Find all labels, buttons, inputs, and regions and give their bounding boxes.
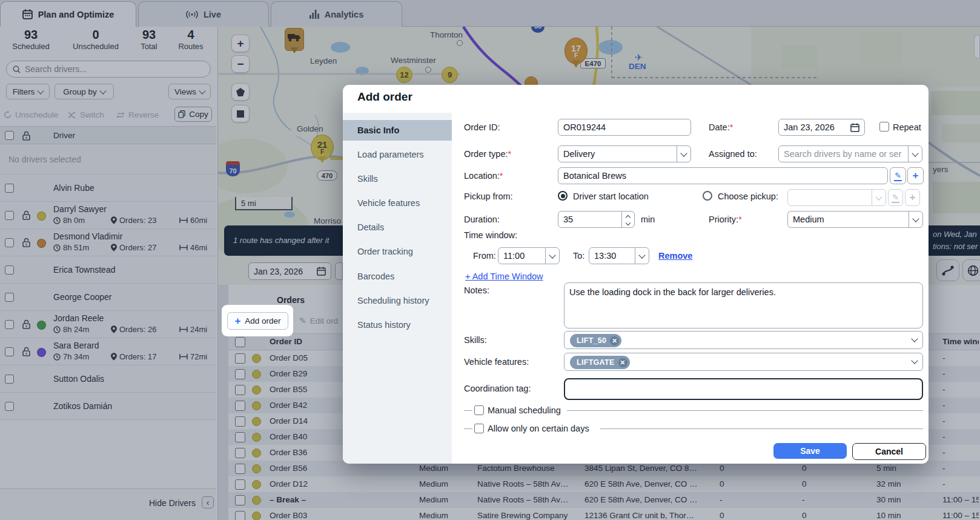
pickup-from-label: Pickup from:: [464, 192, 513, 201]
nav-load-parameters[interactable]: Load parameters: [343, 144, 452, 165]
divider: [464, 410, 472, 411]
remove-chip-icon[interactable]: ✕: [618, 358, 627, 367]
modal-nav: Basic Info Load parameters Skills Vehicl…: [343, 113, 452, 464]
vehicle-features-multiselect[interactable]: LIFTGATE ✕: [564, 353, 923, 371]
notes-label: Notes:: [464, 285, 489, 295]
manual-scheduling-label: Manual scheduling: [488, 405, 561, 415]
nav-order-tracking[interactable]: Order tracking: [343, 241, 452, 262]
choose-pickup-radio[interactable]: [703, 191, 712, 201]
time-window-label: Time window:: [464, 230, 517, 240]
divider: [600, 428, 923, 429]
order-id-label: Order ID:: [464, 122, 500, 132]
chevron-down-icon: [909, 212, 922, 227]
add-location-button[interactable]: +: [907, 167, 924, 184]
assigned-placeholder: Search drivers by name or ser: [784, 149, 901, 159]
cancel-button[interactable]: Cancel: [852, 443, 926, 460]
time-to-select[interactable]: 13:30: [589, 247, 649, 264]
divider: [567, 410, 923, 411]
add-pickup-button-disabled: +: [905, 189, 920, 206]
coordination-tag-label: Coordination tag:: [464, 384, 531, 393]
driver-start-label: Driver start location: [573, 192, 649, 201]
chevron-down-icon: [545, 248, 559, 264]
nav-vehicle-features[interactable]: Vehicle features: [343, 193, 452, 213]
allow-days-label: Allow only on certain days: [488, 424, 589, 433]
priority-select[interactable]: Medium: [787, 211, 923, 228]
nav-basic-info[interactable]: Basic Info: [343, 120, 452, 141]
save-button[interactable]: Save: [773, 443, 847, 459]
duration-input[interactable]: 35: [558, 211, 635, 228]
nav-scheduling-history[interactable]: Scheduling history: [343, 290, 452, 311]
vehicle-features-label: Vehicle features:: [464, 357, 529, 367]
chevron-down-icon: [908, 146, 922, 162]
skill-chip: LIFT_50 ✕: [570, 334, 621, 347]
chevron-down-icon: [635, 248, 649, 264]
add-time-window-link[interactable]: + Add Time Window: [465, 272, 543, 281]
vehicle-feature-chip: LIFTGATE ✕: [570, 356, 630, 369]
choose-pickup-label: Choose pickup:: [718, 192, 778, 201]
duration-label: Duration:: [464, 215, 500, 224]
to-label: To:: [573, 251, 584, 261]
coordination-tag-input[interactable]: [564, 378, 923, 400]
modal-title: Add order: [357, 90, 412, 104]
edit-location-button[interactable]: ✎: [890, 167, 906, 184]
priority-label: Priority:*: [709, 215, 742, 224]
divider: [464, 428, 472, 429]
assigned-to-label: Assigned to:: [709, 149, 757, 159]
app-screen: + − Leyden Westminster Thornton Golden M…: [0, 0, 980, 520]
add-order-modal: Add order Basic Info Load parameters Ski…: [343, 85, 929, 464]
date-input[interactable]: Jan 23, 2026: [778, 119, 865, 136]
remove-chip-icon[interactable]: ✕: [610, 336, 619, 345]
location-label: Location:*: [464, 171, 503, 181]
order-id-input[interactable]: OR019244: [558, 119, 691, 136]
plus-icon: +: [910, 192, 916, 204]
manual-scheduling-checkbox[interactable]: [474, 405, 484, 415]
choose-pickup-select: [787, 189, 886, 206]
repeat-checkbox[interactable]: [879, 122, 889, 132]
time-from-select[interactable]: 11:00: [498, 247, 560, 264]
nav-barcodes[interactable]: Barcodes: [343, 266, 452, 287]
notes-textarea[interactable]: Use the loading dock in the back for lar…: [564, 282, 923, 328]
allow-days-checkbox[interactable]: [474, 424, 484, 433]
nav-status-history[interactable]: Status history: [343, 315, 452, 335]
plus-icon: +: [234, 316, 240, 326]
chevron-down-icon: [872, 190, 886, 205]
chevron-down-icon: [677, 146, 690, 162]
add-order-button[interactable]: + Add order: [227, 312, 288, 330]
location-input[interactable]: Botanical Brews: [558, 167, 888, 184]
from-label: From:: [473, 251, 496, 261]
edit-pickup-button-disabled: ✎: [888, 189, 903, 206]
skills-label: Skills:: [464, 335, 487, 345]
date-label: Date:*: [709, 122, 733, 132]
order-type-label: Order type:*: [464, 149, 511, 159]
skills-multiselect[interactable]: LIFT_50 ✕: [564, 331, 923, 349]
calendar-icon: [850, 123, 859, 132]
assigned-to-input[interactable]: Search drivers by name or ser: [778, 145, 922, 162]
pencil-icon: ✎: [894, 171, 902, 181]
remove-time-window-link[interactable]: Remove: [658, 251, 692, 261]
stepper-arrows[interactable]: [621, 212, 634, 227]
chevron-down-icon: [911, 335, 918, 342]
driver-start-radio[interactable]: [558, 191, 568, 201]
nav-skills[interactable]: Skills: [343, 168, 452, 189]
duration-unit: min: [641, 215, 655, 224]
order-type-select[interactable]: Delivery: [558, 145, 691, 162]
chevron-down-icon: [911, 357, 918, 364]
repeat-label: Repeat: [893, 122, 921, 132]
pencil-icon: ✎: [892, 193, 899, 203]
plus-icon: +: [913, 170, 919, 182]
nav-details[interactable]: Details: [343, 217, 452, 238]
